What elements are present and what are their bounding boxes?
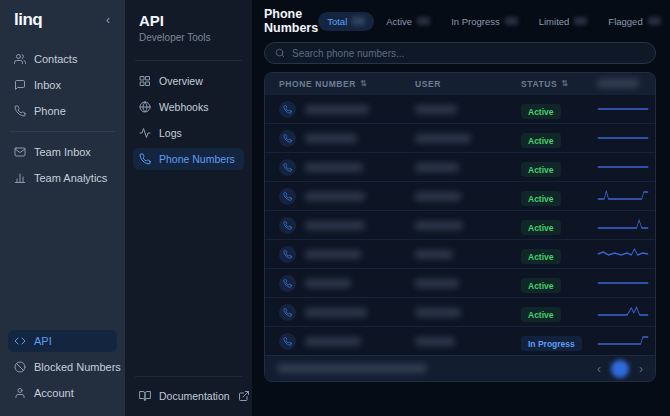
- phone-icon: [279, 304, 296, 321]
- status-badge: Active: [521, 133, 561, 148]
- sub-item-webhooks[interactable]: Webhooks: [133, 96, 244, 118]
- tab-in-progress[interactable]: In Progress: [442, 12, 527, 31]
- phone-icon: [279, 188, 296, 205]
- sort-icon[interactable]: ⇅: [561, 79, 568, 88]
- phone-number-redacted: [305, 105, 369, 114]
- phone-icon: [279, 130, 296, 147]
- search-input[interactable]: [292, 48, 645, 59]
- user-cell: [415, 303, 521, 321]
- api-sub-sidebar: API Developer Tools Overview Webhooks Lo…: [125, 0, 252, 416]
- phone-number-cell: [279, 246, 415, 263]
- phone-number-cell: [279, 275, 415, 292]
- phone-icon: [279, 217, 296, 234]
- tab-total[interactable]: Total: [318, 12, 374, 31]
- usage-cell: [597, 159, 656, 175]
- table-body: Active Active: [265, 94, 655, 355]
- status-badge: Active: [521, 220, 561, 235]
- table-row[interactable]: Active: [265, 297, 655, 326]
- grid-icon: [139, 75, 151, 87]
- tab-limited[interactable]: Limited: [530, 12, 597, 31]
- sub-item-overview[interactable]: Overview: [133, 70, 244, 92]
- usage-cell: [597, 275, 656, 291]
- sub-item-label: Phone Numbers: [159, 153, 235, 165]
- status-cell: Active: [521, 245, 597, 263]
- sub-item-label: Webhooks: [159, 101, 208, 113]
- usage-cell: [597, 101, 656, 117]
- sub-item-label: Logs: [159, 127, 182, 139]
- code-icon: [14, 335, 26, 347]
- user-redacted: [415, 250, 453, 259]
- column-header-user[interactable]: USER: [415, 79, 521, 89]
- table-row[interactable]: Active: [265, 239, 655, 268]
- documentation-label: Documentation: [159, 390, 230, 402]
- status-cell: In Progress: [521, 332, 597, 350]
- phone-number-redacted: [305, 221, 365, 230]
- user-cell: [415, 332, 521, 350]
- phone-number-cell: [279, 101, 415, 118]
- sub-item-logs[interactable]: Logs: [133, 122, 244, 144]
- usage-sparkline: [597, 333, 649, 349]
- phone-icon: [14, 105, 26, 117]
- usage-sparkline: [597, 304, 649, 320]
- brand-logo: linq: [14, 10, 42, 30]
- next-page-button[interactable]: ›: [639, 363, 643, 375]
- sidebar-item-team-analytics[interactable]: Team Analytics: [8, 167, 117, 189]
- sidebar-item-api[interactable]: API: [8, 330, 117, 352]
- phone-number-cell: [279, 333, 415, 350]
- user-cell: [415, 129, 521, 147]
- sidebar-item-phone[interactable]: Phone: [8, 100, 117, 122]
- user-redacted: [415, 279, 459, 288]
- table-row[interactable]: Active: [265, 210, 655, 239]
- status-badge: Active: [521, 249, 561, 264]
- phone-number-cell: [279, 159, 415, 176]
- user-redacted: [415, 134, 471, 143]
- documentation-link[interactable]: Documentation: [133, 384, 244, 408]
- table-row[interactable]: Active: [265, 152, 655, 181]
- sidebar-item-blocked-numbers[interactable]: Blocked Numbers: [8, 356, 117, 378]
- sidebar-item-contacts[interactable]: Contacts: [8, 48, 117, 70]
- user-cell: [415, 187, 521, 205]
- phone-number-redacted: [305, 163, 363, 172]
- tab-label: In Progress: [451, 16, 500, 27]
- external-link-icon: [238, 390, 250, 402]
- status-badge: Active: [521, 162, 561, 177]
- search-bar: [264, 42, 656, 64]
- usage-cell: [597, 304, 656, 320]
- sub-item-phone-numbers[interactable]: Phone Numbers: [133, 148, 244, 170]
- column-header-phone-number[interactable]: PHONE NUMBER ⇅: [279, 79, 415, 89]
- status-cell: Active: [521, 129, 597, 147]
- sidebar-item-label: Phone: [34, 105, 66, 117]
- table-row[interactable]: Active: [265, 123, 655, 152]
- status-cell: Active: [521, 187, 597, 205]
- sidebar-item-label: Team Analytics: [34, 172, 107, 184]
- table-row[interactable]: In Progress: [265, 326, 655, 355]
- sidebar-item-inbox[interactable]: Inbox: [8, 74, 117, 96]
- sidebar-item-label: Team Inbox: [34, 146, 91, 158]
- sidebar-spacer: [8, 191, 117, 328]
- collapse-sidebar-icon[interactable]: ‹: [103, 13, 113, 27]
- search-icon: [275, 48, 285, 58]
- results-summary-redacted: [277, 364, 427, 373]
- user-redacted: [415, 163, 459, 172]
- sidebar-item-team-inbox[interactable]: Team Inbox: [8, 141, 117, 163]
- status-badge: Active: [521, 278, 561, 293]
- tab-flagged[interactable]: Flagged: [599, 12, 669, 31]
- sidebar-item-account[interactable]: Account: [8, 382, 117, 404]
- table-row[interactable]: Active: [265, 181, 655, 210]
- phone-icon: [139, 153, 151, 165]
- prev-page-button[interactable]: ‹: [597, 363, 601, 375]
- sidebar-item-label: Account: [34, 387, 74, 399]
- sort-icon[interactable]: ⇅: [360, 79, 367, 88]
- phone-numbers-table: PHONE NUMBER ⇅ USER STATUS ⇅: [264, 72, 656, 382]
- user-cell: [415, 274, 521, 292]
- table-row[interactable]: Active: [265, 94, 655, 123]
- tab-active[interactable]: Active: [377, 12, 439, 31]
- column-header-status[interactable]: STATUS ⇅: [521, 79, 597, 89]
- phone-number-redacted: [305, 308, 367, 317]
- sub-item-label: Overview: [159, 75, 203, 87]
- tabs: Total Active In Progress Limited Flagged: [318, 12, 670, 31]
- table-row[interactable]: Active: [265, 268, 655, 297]
- tab-label: Limited: [539, 16, 570, 27]
- current-page-indicator[interactable]: [611, 360, 629, 378]
- user-icon: [14, 387, 26, 399]
